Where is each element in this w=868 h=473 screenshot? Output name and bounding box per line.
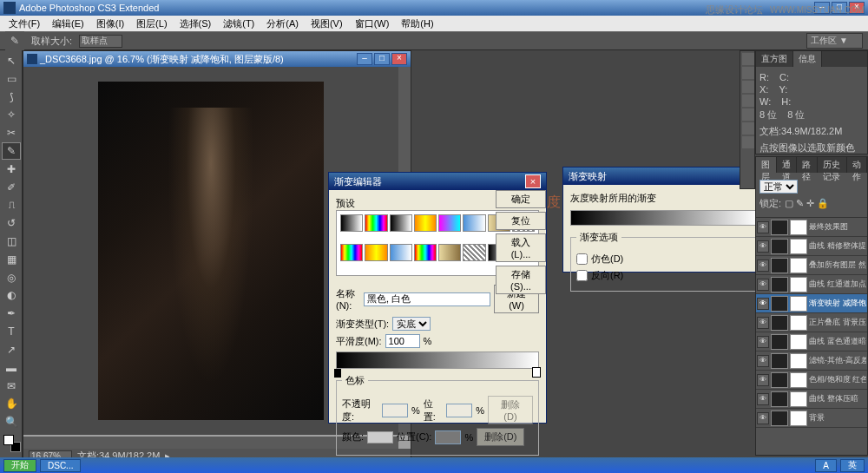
layer-row[interactable]: 👁背景 <box>756 409 867 428</box>
layer-row[interactable]: 👁色相/饱和度 红色 <box>756 371 867 390</box>
preset-swatch[interactable] <box>340 214 363 232</box>
visibility-icon[interactable]: 👁 <box>757 259 769 272</box>
tab-actions[interactable]: 动作 <box>847 157 868 173</box>
preset-swatch[interactable] <box>340 244 363 261</box>
pen-tool[interactable]: ✒ <box>2 305 21 322</box>
preset-swatch[interactable] <box>390 214 412 232</box>
preset-swatch[interactable] <box>438 214 461 232</box>
layer-row[interactable]: 👁曲线 红通道加点红 <box>756 275 867 294</box>
blur-tool[interactable]: ◎ <box>2 269 21 286</box>
crop-tool[interactable]: ✂ <box>2 124 21 141</box>
zoom-tool[interactable]: 🔍 <box>2 413 21 430</box>
dither-check[interactable]: 仿色(D) <box>576 253 752 266</box>
heal-tool[interactable]: ✚ <box>2 161 21 178</box>
layer-row[interactable]: 👁曲线 整体压暗 <box>756 390 867 409</box>
visibility-icon[interactable]: 👁 <box>757 374 769 386</box>
menu-view[interactable]: 视图(V) <box>306 17 348 30</box>
visibility-icon[interactable]: 👁 <box>757 336 769 348</box>
preset-swatch[interactable] <box>463 244 485 261</box>
menu-help[interactable]: 帮助(H) <box>396 17 438 30</box>
visibility-icon[interactable]: 👁 <box>757 393 769 405</box>
visibility-icon[interactable]: 👁 <box>757 279 769 291</box>
type-tool[interactable]: T <box>2 323 21 340</box>
mask-thumb <box>790 296 807 312</box>
menu-window[interactable]: 窗口(W) <box>350 17 395 30</box>
preset-swatch[interactable] <box>390 244 412 261</box>
menu-file[interactable]: 文件(F) <box>3 17 45 30</box>
doc-min[interactable]: – <box>357 53 372 65</box>
gradient-bar[interactable] <box>336 351 539 369</box>
gradient-editor-titlebar[interactable]: 渐变编辑器 × <box>329 173 546 190</box>
layer-row[interactable]: 👁渐变映射 减降饱和 <box>756 294 867 313</box>
task-item[interactable]: DSC... <box>40 459 81 472</box>
visibility-icon[interactable]: 👁 <box>757 317 769 329</box>
gradient-editor-close[interactable]: × <box>525 174 541 188</box>
workspace-selector[interactable]: 工作区 ▼ <box>806 33 863 49</box>
brush-tool[interactable]: ✐ <box>2 179 21 196</box>
preset-swatch[interactable] <box>365 214 387 232</box>
preset-swatch[interactable] <box>365 244 387 261</box>
stamp-tool[interactable]: ⎍ <box>2 197 21 214</box>
visibility-icon[interactable]: 👁 <box>757 298 769 310</box>
preset-swatch[interactable] <box>463 214 485 232</box>
name-input[interactable] <box>364 292 490 306</box>
layer-row[interactable]: 👁滤镜-其他-高反差保留-参数… <box>756 351 867 371</box>
eraser-tool[interactable]: ◫ <box>2 233 21 250</box>
tab-info[interactable]: 信息 <box>793 51 822 67</box>
menu-filter[interactable]: 滤镜(T) <box>218 17 260 30</box>
history-brush-tool[interactable]: ↺ <box>2 214 21 232</box>
visibility-icon[interactable]: 👁 <box>757 240 769 253</box>
gradient-tool[interactable]: ▦ <box>2 251 21 268</box>
layer-list: 👁最终效果图👁曲线 精修整体提亮👁叠加所有图层 然后精修缺美感👁曲线 红通道加点… <box>756 218 867 455</box>
reset-button[interactable]: 复位 <box>496 212 546 230</box>
move-tool[interactable]: ↖ <box>2 52 21 69</box>
color-swatches[interactable] <box>2 431 20 456</box>
layer-row[interactable]: 👁正片叠底 背景压暗 <box>756 313 867 332</box>
smooth-input[interactable] <box>385 334 420 348</box>
layer-row[interactable]: 👁最终效果图 <box>756 218 867 237</box>
visibility-icon[interactable]: 👁 <box>757 355 769 367</box>
collapsed-panel-strip[interactable] <box>740 50 755 189</box>
layer-row[interactable]: 👁曲线 精修整体提亮 <box>756 237 867 256</box>
path-tool[interactable]: ↗ <box>2 341 21 358</box>
preset-swatch[interactable] <box>414 244 437 261</box>
preset-swatch[interactable] <box>438 244 461 261</box>
document-titlebar[interactable]: _DSC3668.jpg @ 16.7% (渐变映射 减降饱和, 图层蒙版/8)… <box>23 51 411 67</box>
menu-layer[interactable]: 图层(L) <box>131 17 172 30</box>
menu-image[interactable]: 图像(I) <box>91 17 129 30</box>
tray-item[interactable]: 英 <box>840 459 865 472</box>
menu-select[interactable]: 选择(S) <box>174 17 217 30</box>
tab-history[interactable]: 历史记录 <box>818 157 847 173</box>
shape-tool[interactable]: ▬ <box>2 359 21 377</box>
doc-max[interactable]: □ <box>374 53 390 65</box>
layer-row[interactable]: 👁曲线 蓝色通道暗部… <box>756 332 867 351</box>
marquee-tool[interactable]: ▭ <box>2 70 21 88</box>
menu-edit[interactable]: 编辑(E) <box>47 17 89 30</box>
visibility-icon[interactable]: 👁 <box>757 412 769 424</box>
start-button[interactable]: 开始 <box>3 459 36 472</box>
tab-layers[interactable]: 图层 <box>756 157 777 173</box>
lasso-tool[interactable]: ⟆ <box>2 89 21 106</box>
ok-button[interactable]: 确定 <box>496 190 546 208</box>
menu-analysis[interactable]: 分析(A) <box>261 17 304 30</box>
tab-channels[interactable]: 通道 <box>777 157 798 173</box>
layer-row[interactable]: 👁叠加所有图层 然后精修缺美感 <box>756 256 867 275</box>
tab-histogram[interactable]: 直方图 <box>756 51 793 67</box>
type-select[interactable]: 实底 <box>392 317 431 331</box>
tab-paths[interactable]: 路径 <box>797 157 818 173</box>
load-button[interactable]: 载入(L)... <box>496 233 546 262</box>
notes-tool[interactable]: ✉ <box>2 378 21 395</box>
eyedropper-tool[interactable]: ✎ <box>2 142 21 160</box>
blend-mode[interactable]: 正常 <box>760 180 798 194</box>
wand-tool[interactable]: ✧ <box>2 106 21 123</box>
dodge-tool[interactable]: ◐ <box>2 287 21 305</box>
save-button[interactable]: 存储(S)... <box>496 266 546 294</box>
tray-item[interactable]: A <box>815 459 837 472</box>
doc-close[interactable]: × <box>391 53 407 65</box>
preset-swatch[interactable] <box>414 214 437 232</box>
sample-value[interactable] <box>79 35 122 48</box>
reverse-check[interactable]: 反向(R) <box>576 269 752 282</box>
visibility-icon[interactable]: 👁 <box>757 221 769 233</box>
gradient-strip[interactable] <box>570 210 758 226</box>
hand-tool[interactable]: ✋ <box>2 395 21 412</box>
